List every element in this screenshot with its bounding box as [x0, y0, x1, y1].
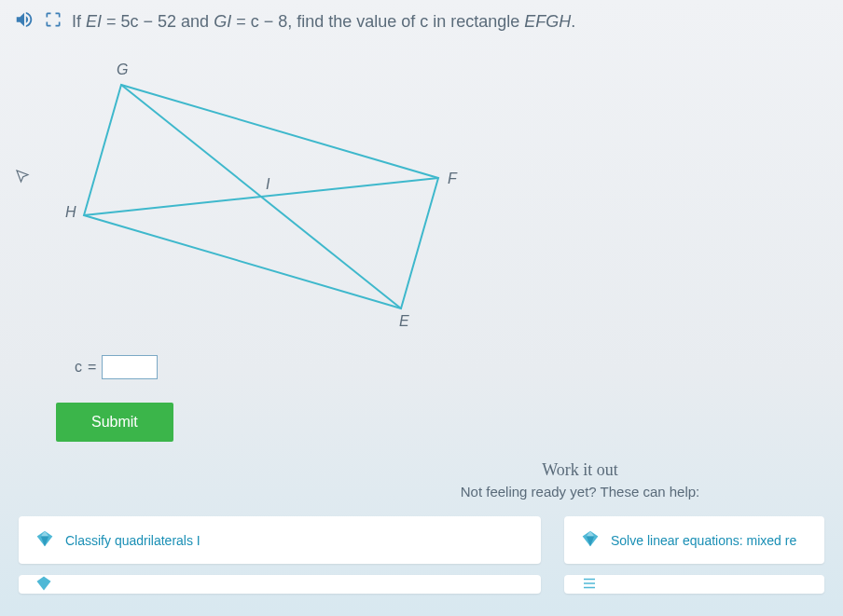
submit-button[interactable]: Submit — [56, 403, 173, 442]
not-ready-text: Not feeling ready yet? These can help: — [0, 484, 843, 500]
q-suffix: . — [571, 12, 575, 31]
help-card-bottom-right[interactable] — [564, 575, 824, 594]
diamond-icon — [35, 575, 52, 594]
rectangle-diagram: G H I F E — [65, 57, 513, 336]
q-eq2: = c − 8, find the value of c in rectangl… — [231, 12, 524, 31]
cursor-icon — [14, 168, 31, 188]
question-text: If EI = 5c − 52 and GI = c − 8, find the… — [72, 12, 829, 32]
expand-icon[interactable] — [44, 10, 62, 33]
help-card-bottom-left[interactable] — [19, 575, 541, 594]
vertex-e: E — [399, 313, 409, 330]
vertex-h: H — [65, 204, 76, 221]
diamond-icon — [581, 529, 600, 551]
q-eq1: = 5c − 52 and — [102, 12, 214, 31]
q-var2: GI — [214, 12, 231, 31]
help-card-solve[interactable]: Solve linear equations: mixed re — [564, 516, 824, 564]
speaker-icon[interactable] — [14, 9, 35, 34]
answer-row: c = — [75, 355, 843, 379]
help-card-classify[interactable]: Classify quadrilaterals I — [19, 516, 541, 564]
vertex-f: F — [448, 171, 457, 187]
vertex-i: I — [266, 176, 269, 193]
q-var1: EI — [86, 12, 102, 31]
diamond-icon — [35, 529, 54, 551]
answer-input[interactable] — [102, 355, 158, 379]
card-label: Solve linear equations: mixed re — [611, 533, 796, 548]
q-shape: EFGH — [524, 12, 571, 31]
answer-equals: = — [88, 359, 96, 376]
vertex-g: G — [117, 62, 128, 78]
work-it-out-heading: Work it out — [0, 460, 843, 480]
svg-line-2 — [84, 178, 438, 215]
q-prefix: If — [72, 12, 86, 31]
answer-label: c — [75, 359, 82, 376]
list-icon — [581, 575, 598, 594]
card-label: Classify quadrilaterals I — [65, 533, 200, 548]
